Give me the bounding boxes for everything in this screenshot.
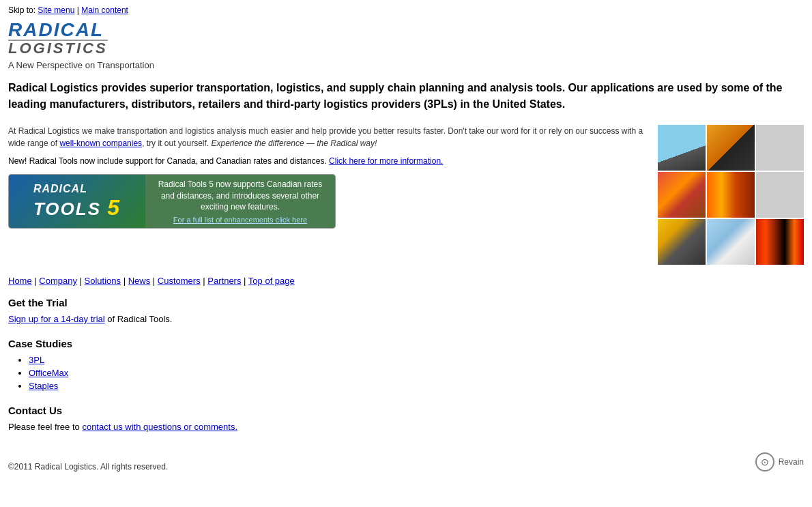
left-content: At Radical Logistics we make transportat… <box>8 125 644 229</box>
canada-info-link[interactable]: Click here for more information. <box>329 156 443 166</box>
trial-signup-link[interactable]: Sign up for a 14-day trial <box>8 314 105 324</box>
revain-badge: ⊙ Revain <box>755 452 804 472</box>
case-study-staples[interactable]: Staples <box>29 381 58 391</box>
photo-warehouse <box>707 219 755 265</box>
banner-radical-text: RADICAL <box>33 183 121 195</box>
contact-section: Contact Us Please feel free to contact u… <box>8 405 804 432</box>
footer: ©2011 Radical Logistics. All rights rese… <box>8 452 804 472</box>
nav-customers[interactable]: Customers <box>158 276 201 286</box>
logo: RADICAL LOGISTICS <box>8 20 108 56</box>
skip-navigation: Skip to: Site menu | Main content <box>8 5 804 15</box>
canada-notice: New! Radical Tools now include support f… <box>8 156 644 166</box>
case-studies-list: 3PL OfficeMax Staples <box>29 355 804 391</box>
logo-logistics: LOGISTICS <box>8 40 108 56</box>
copyright-text: ©2011 Radical Logistics. All rights rese… <box>8 462 168 472</box>
contact-text: Please feel free to contact us with ques… <box>8 422 804 432</box>
nav-top-of-page[interactable]: Top of page <box>248 276 295 286</box>
nav-news[interactable]: News <box>128 276 151 286</box>
get-trial-section: Get the Trial Sign up for a 14-day trial… <box>8 297 804 324</box>
case-study-officemax[interactable]: OfficeMax <box>29 368 68 378</box>
case-study-3pl[interactable]: 3PL <box>29 355 44 365</box>
nav-solutions[interactable]: Solutions <box>85 276 121 286</box>
contact-heading: Contact Us <box>8 405 804 416</box>
banner-tools-text: TOOLS 5 <box>33 195 121 220</box>
case-studies-section: Case Studies 3PL OfficeMax Staples <box>8 338 804 391</box>
banner-main-text: Radical Tools 5 now supports Canadian ra… <box>154 179 327 213</box>
photo-blank-1 <box>756 125 804 171</box>
description-text: At Radical Logistics we make transportat… <box>8 125 644 149</box>
skip-text: Skip to: <box>8 5 38 15</box>
photo-blank-2 <box>756 172 804 218</box>
skip-to-main-content[interactable]: Main content <box>81 5 128 15</box>
photo-lights <box>756 219 804 265</box>
photo-yellow-truck <box>658 219 706 265</box>
list-item: 3PL <box>29 355 804 365</box>
banner-description-area: Radical Tools 5 now supports Canadian ra… <box>145 175 335 228</box>
trial-text: Sign up for a 14-day trial of Radical To… <box>8 314 804 324</box>
nav-partners[interactable]: Partners <box>207 276 241 286</box>
photo-motion <box>707 172 755 218</box>
main-content-area: At Radical Logistics we make transportat… <box>8 125 804 265</box>
navigation-bar: Home | Company | Solutions | News | Cust… <box>8 276 804 286</box>
skip-to-site-menu[interactable]: Site menu <box>38 5 74 15</box>
tagline: A New Perspective on Transportation <box>8 60 804 70</box>
photo-food <box>658 172 706 218</box>
list-item: OfficeMax <box>29 368 804 378</box>
photo-airplane <box>658 125 706 171</box>
logo-area: RADICAL LOGISTICS <box>8 20 804 56</box>
get-trial-heading: Get the Trial <box>8 297 804 308</box>
nav-home[interactable]: Home <box>8 276 32 286</box>
well-known-companies-link[interactable]: well-known companies <box>59 139 142 148</box>
nav-company[interactable]: Company <box>39 276 77 286</box>
contact-link[interactable]: contact us with questions or comments. <box>82 422 237 432</box>
list-item: Staples <box>29 381 804 391</box>
promo-banner: RADICAL TOOLS 5 Radical Tools 5 now supp… <box>8 174 336 229</box>
hero-text: Radical Logistics provides superior tran… <box>8 80 804 113</box>
banner-logo-area: RADICAL TOOLS 5 <box>9 175 145 228</box>
case-studies-heading: Case Studies <box>8 338 804 349</box>
revain-icon: ⊙ <box>755 452 774 472</box>
revain-label: Revain <box>779 457 804 467</box>
photo-truck-1 <box>707 125 755 171</box>
logo-radical: RADICAL <box>8 20 108 40</box>
photo-grid <box>658 125 804 265</box>
banner-enhancements-link[interactable]: For a full list of enhancements click he… <box>173 216 307 224</box>
